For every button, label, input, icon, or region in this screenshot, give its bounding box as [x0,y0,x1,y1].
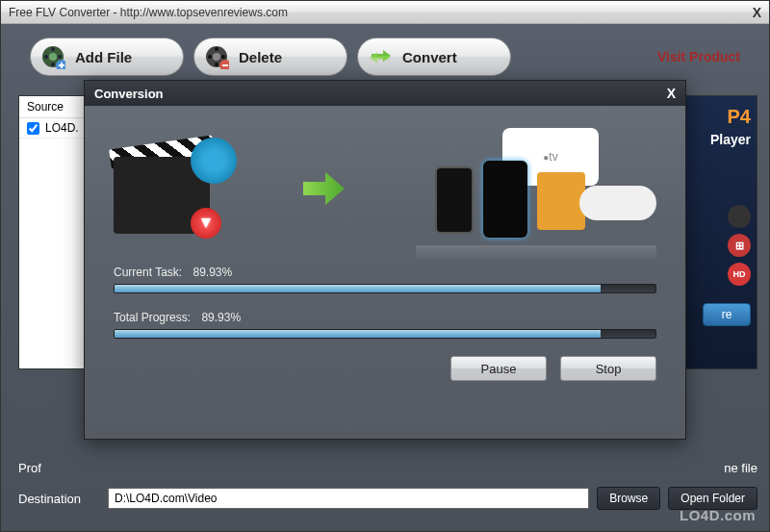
convert-label: Convert [402,49,457,65]
profile-right-text: ne file [724,461,757,475]
dialog-title: Conversion [94,87,164,101]
svg-point-9 [215,47,218,51]
window-title: Free FLV Converter - http://www.topseven… [9,6,288,19]
delete-button[interactable]: Delete [193,38,347,76]
pause-button[interactable]: Pause [450,356,547,381]
bottom-bar: Prof ne file Destination Browse Open Fol… [18,449,757,510]
visit-product-link[interactable]: Visit Product [657,49,740,64]
svg-point-2 [51,47,55,51]
conversion-graphic: ● tv [114,123,656,258]
add-file-button[interactable]: Add File [30,38,184,76]
dialog-buttons: Pause Stop [114,356,656,381]
dialog-body: ● tv Current Task: 89.93% Total Pro [85,106,685,398]
windows-media-icon: ⊞ [728,234,751,257]
target-devices-icon: ● tv [416,128,656,253]
progress-section: Current Task: 89.93% Total Progress: 89.… [114,266,656,339]
source-item-label: LO4D. [45,121,79,135]
svg-point-1 [49,53,57,61]
main-titlebar: Free FLV Converter - http://www.topseven… [1,1,769,24]
hd-icon: HD [728,263,751,286]
arrow-right-icon [298,165,346,216]
tv-label: tv [549,150,557,164]
side-more-button[interactable]: re [703,303,751,326]
profile-row: Prof ne file [18,461,757,475]
svg-point-5 [44,55,48,59]
delete-label: Delete [239,49,282,65]
destination-row: Destination Browse Open Folder [18,487,757,510]
convert-button[interactable]: Convert [357,38,511,76]
total-progress-fill [115,330,601,338]
svg-point-3 [58,55,62,59]
apple-icon [728,205,751,228]
total-progress-label: Total Progress: 89.93% [114,311,656,324]
total-progress-progressbar [114,329,656,339]
svg-point-4 [51,63,55,66]
total-progress-percent: 89.93% [201,311,241,324]
browse-button[interactable]: Browse [597,487,660,510]
close-icon[interactable]: X [753,5,761,20]
svg-point-8 [213,53,220,61]
destination-input[interactable] [108,488,589,509]
film-reel-delete-icon [204,44,229,69]
conversion-dialog: Conversion X ● tv [84,80,686,440]
add-file-label: Add File [75,49,132,65]
svg-point-12 [208,55,212,59]
main-window: Free FLV Converter - http://www.topseven… [0,0,770,532]
watermark: LO4D.com [680,507,756,523]
current-task-percent: 89.93% [192,266,232,279]
source-checkbox[interactable] [27,122,39,135]
svg-point-11 [215,63,218,66]
current-task-progress [114,284,656,293]
film-reel-add-icon [40,44,65,69]
current-task-fill [115,285,601,292]
dialog-titlebar[interactable]: Conversion X [85,81,685,106]
destination-label: Destination [18,492,100,506]
current-task-label: Current Task: 89.93% [114,266,656,279]
close-icon[interactable]: X [667,86,676,101]
stop-button[interactable]: Stop [560,356,656,381]
convert-arrows-icon [368,44,393,69]
svg-point-10 [221,55,225,59]
profile-label: Prof [18,461,100,475]
flv-source-icon [114,138,229,243]
